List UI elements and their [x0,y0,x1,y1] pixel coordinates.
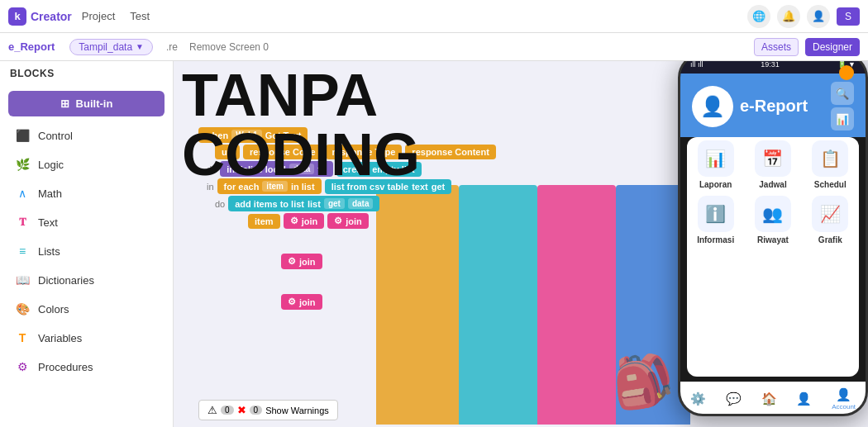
when-block[interactable]: when Web1 Got Text [198,127,308,143]
settings-nav-icon: ⚙️ [690,391,706,406]
sidebar-item-math[interactable]: ∧ Math [3,179,169,207]
phone-nav-user[interactable]: 👤 [796,391,812,406]
add-items-block[interactable]: add items to list list get data [228,196,379,211]
block-row-4: in for each item in list list from csv t… [207,178,496,194]
grid-schedul[interactable]: 📋 Schedul [805,140,856,189]
sidebar-item-label: Logic [38,159,64,171]
sidebar-item-label: Procedures [38,361,93,373]
join-block-4[interactable]: ⚙ join [281,294,322,310]
for-each-block[interactable]: for each item in list [217,178,322,194]
logo-icon: k [8,7,26,26]
top-bar: k Creator Project Test 🌐 🔔 👤 S [0,0,868,33]
sidebar-item-logic[interactable]: 🌿 Logic [3,150,169,178]
builtin-label: Built-in [76,97,113,110]
user-nav-icon: 👤 [796,391,812,406]
screen-tab[interactable]: Tampil_data ▼ [69,39,153,55]
sub-nav: .re Remove Screen 0 [166,41,269,53]
block-row-7: ⚙ join [281,254,496,269]
phone-app-grid: 📊 Laporan 📅 Jadwal 📋 Schedul ℹ️ [687,137,859,248]
phone-inner: 👤 e-Report 🔍 📊 📊 Laporan [680,74,866,414]
sidebar-item-label: Control [38,130,73,142]
grid-laporan[interactable]: 📊 Laporan [690,140,741,189]
nav-test[interactable]: Test [130,10,150,22]
phone-status-bar: ıll ıll 19:31 🔋 ▼ [680,61,866,74]
block-row-5: do add items to list list get data [215,196,496,211]
grid-jadwal[interactable]: 📅 Jadwal [747,140,798,189]
nav-re[interactable]: .re [166,41,178,53]
url-block[interactable]: url [215,145,240,159]
sidebar-item-colors[interactable]: 🎨 Colors [3,295,169,323]
show-warnings-button[interactable]: ⚠ 0 ✖ 0 Show Warnings [198,400,338,420]
globe-icon[interactable]: 🌐 [747,5,770,28]
nav-project[interactable]: Project [82,10,115,22]
phone-nav-home[interactable]: 🏠 [761,391,777,406]
deco-book-icon: 🎒 [607,347,678,415]
block-row-8: ⚙ join [281,294,496,310]
laporan-icon: 📊 [698,140,734,177]
get-label: get [432,182,446,192]
item-block[interactable]: item [248,214,280,229]
nav-remove-screen[interactable]: Remove Screen 0 [189,41,269,53]
phone-nav-settings[interactable]: ⚙️ [690,391,706,406]
chat-nav-icon: 💬 [726,391,742,406]
phone-nav-account[interactable]: 👤 Account [832,387,856,410]
block-row-3: do initialize local data to create empty… [207,161,496,177]
procedures-icon: ⚙ [15,359,30,374]
join2-gear: ⚙ [334,216,342,226]
warning-bar: ⚠ 0 ✖ 0 Show Warnings [198,400,338,420]
phone-nav-chat[interactable]: 💬 [726,391,742,406]
share-button[interactable]: S [837,7,860,26]
sidebar-item-control[interactable]: ⬛ Control [3,121,169,149]
schedul-icon: 📋 [812,140,848,177]
grid-grafik[interactable]: 📈 Grafik [805,196,856,244]
app-logo: k Creator [8,7,72,26]
join-block-1[interactable]: ⚙ join [284,213,325,229]
informasi-label: Informasi [697,235,734,244]
grid-riwayat[interactable]: 👥 Riwayat [747,196,798,244]
block-row-1: when Web1 Got Text [198,127,496,143]
assets-button[interactable]: Assets [754,38,799,56]
warning-icon: ⚠ [207,404,217,416]
chart-header-icon[interactable]: 📊 [831,107,854,130]
code-blocks: when Web1 Got Text url response Code res… [198,127,496,311]
home-nav-icon: 🏠 [761,391,777,406]
sidebar-item-dictionaries[interactable]: 📖 Dictionaries [3,266,169,294]
join4-label: join [299,297,316,307]
laporan-label: Laporan [699,180,732,189]
list2-label: list [308,199,321,209]
notification-icon[interactable]: 🔔 [777,5,800,28]
jadwal-icon: 📅 [755,140,791,177]
to-label: to [317,164,326,174]
response-content-block[interactable]: response Content [405,145,496,159]
builtin-button[interactable]: ⊞ Built-in [8,91,165,116]
text-icon: 𝐓 [15,215,30,230]
join-block-3[interactable]: ⚙ join [281,254,322,269]
schedul-label: Schedul [814,180,847,189]
user-icon[interactable]: 👤 [807,5,830,28]
web1-input: Web1 [231,130,262,140]
join-block-2[interactable]: ⚙ join [327,213,369,229]
sidebar-item-procedures[interactable]: ⚙ Procedures [3,353,169,381]
sidebar-item-lists[interactable]: ≡ Lists [3,237,169,265]
response-code-block[interactable]: response Code [243,145,322,159]
response-code-label: response Code [250,147,315,157]
list-from-csv-block[interactable]: list from csv table text get [325,179,452,194]
phone-signal: ıll ıll [690,61,703,69]
join1-label: join [302,216,318,226]
app-name: Creator [31,10,72,23]
join2-label: join [346,216,362,226]
get2-input: get [324,198,345,209]
add-items-label: add items to list [235,199,304,209]
block-row-6: item ⚙ join ⚙ join [248,213,496,229]
initialize-block[interactable]: initialize local data to [220,161,332,177]
warn-label: Show Warnings [265,406,329,415]
response-content-label: response Content [412,147,489,157]
create-empty-list-block[interactable]: create empty list [336,162,422,177]
grid-informasi[interactable]: ℹ️ Informasi [690,196,741,244]
designer-button[interactable]: Designer [805,38,860,56]
variables-icon: T [15,330,30,345]
sidebar-item-variables[interactable]: T Variables [3,324,169,352]
response-type-block[interactable]: response Type [326,145,403,159]
search-header-icon[interactable]: 🔍 [831,82,854,105]
sidebar-item-text[interactable]: 𝐓 Text [3,208,169,236]
